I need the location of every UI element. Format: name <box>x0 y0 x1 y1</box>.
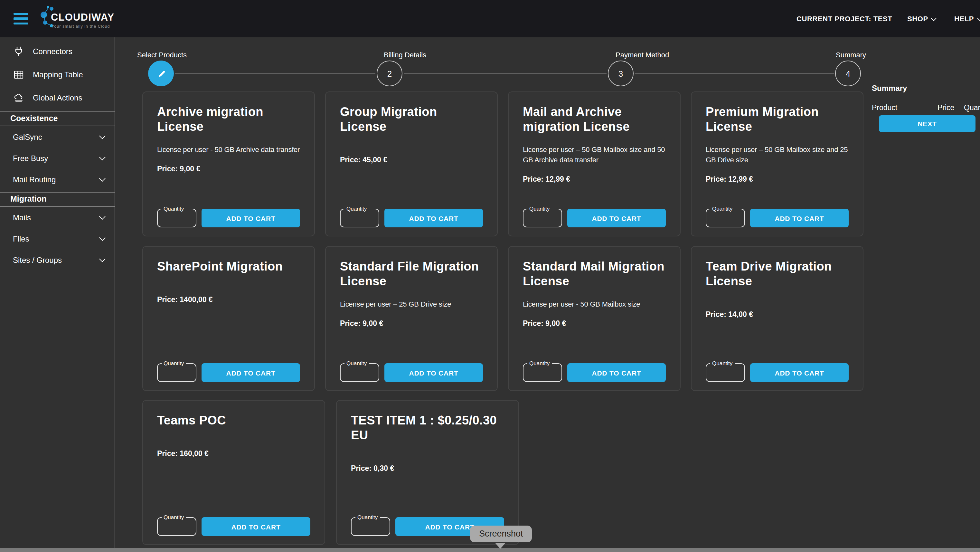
quantity-input[interactable] <box>340 209 379 227</box>
sidebar-item-label: Mapping Table <box>33 70 83 79</box>
quantity-label: Quantity <box>527 360 552 367</box>
product-row-1: Archive migration License License per us… <box>142 91 864 236</box>
add-to-cart-button[interactable]: ADD TO CART <box>567 363 666 382</box>
chevron-down-icon <box>99 235 106 241</box>
quantity-input[interactable] <box>523 364 562 381</box>
quantity-input[interactable] <box>352 518 390 535</box>
product-price: Price: 14,00 € <box>706 311 849 319</box>
step-label-billing-details: Billing Details <box>384 51 426 59</box>
product-price: Price: 9,00 € <box>523 320 666 327</box>
quantity-field[interactable]: Quantity <box>523 363 562 382</box>
quantity-field[interactable]: Quantity <box>523 209 562 227</box>
quantity-input[interactable] <box>523 209 562 227</box>
add-to-cart-button[interactable]: ADD TO CART <box>750 363 849 382</box>
step-circle-2[interactable]: 2 <box>377 61 402 86</box>
pencil-icon <box>156 69 166 78</box>
quantity-input[interactable] <box>158 209 196 227</box>
product-description: License per user – 25 GB Drive size <box>340 300 483 310</box>
sidebar-item-label: Connectors <box>33 47 72 56</box>
product-description: License per user - 50 GB Archive data tr… <box>157 145 300 156</box>
quantity-field[interactable]: Quantity <box>706 209 745 227</box>
product-title: Team Drive Migration License <box>706 259 849 289</box>
product-price: Price: 12,99 € <box>706 175 849 183</box>
step-connector-line <box>404 73 606 73</box>
product-card-sharepoint-migration: SharePoint Migration Price: 1400,00 € Qu… <box>142 246 315 391</box>
product-title: TEST ITEM 1 : $0.25/0.30 EU <box>351 413 504 443</box>
step-circle-4[interactable]: 4 <box>835 61 861 86</box>
quantity-input[interactable] <box>706 209 745 227</box>
sidebar: Connectors Mapping Table Global Actions … <box>0 37 115 548</box>
step-label-payment-method: Payment Method <box>616 51 669 59</box>
horizontal-scrollbar[interactable] <box>0 548 980 552</box>
plug-icon <box>14 46 24 57</box>
step-label-summary: Summary <box>836 51 866 59</box>
chevron-down-icon <box>977 16 980 21</box>
product-card-teams-poc: Teams POC Price: 160,00 € Quantity ADD T… <box>142 400 325 545</box>
step-circle-1-active[interactable] <box>148 61 174 86</box>
product-title: SharePoint Migration <box>157 259 300 274</box>
sidebar-item-free-busy[interactable]: Free Busy <box>0 147 115 169</box>
step-connector-line <box>175 73 375 73</box>
product-card-mail-archive-migration: Mail and Archive migration License Licen… <box>508 91 681 236</box>
main-content: Select Products Billing Details Payment … <box>115 37 980 548</box>
sidebar-item-global-actions[interactable]: Global Actions <box>0 86 115 110</box>
add-to-cart-button[interactable]: ADD TO CART <box>750 209 849 227</box>
quantity-input[interactable] <box>706 364 745 381</box>
quantity-label: Quantity <box>162 360 186 367</box>
step-connector-line <box>635 73 834 73</box>
sidebar-item-label: Global Actions <box>33 93 82 102</box>
product-title: Standard Mail Migration License <box>523 259 666 289</box>
quantity-input[interactable] <box>158 364 196 381</box>
step-circle-3[interactable]: 3 <box>608 61 633 86</box>
product-row-3: Teams POC Price: 160,00 € Quantity ADD T… <box>142 400 519 545</box>
sidebar-item-galsync[interactable]: GalSync <box>0 126 115 147</box>
next-button[interactable]: NEXT <box>879 115 975 132</box>
add-to-cart-button[interactable]: ADD TO CART <box>202 363 300 382</box>
product-price: Price: 1400,00 € <box>157 296 300 303</box>
step-label-select-products: Select Products <box>137 51 187 59</box>
add-to-cart-button[interactable]: ADD TO CART <box>384 209 483 227</box>
chevron-down-icon <box>99 175 106 182</box>
quantity-label: Quantity <box>710 360 734 367</box>
product-price: Price: 12,99 € <box>523 175 666 183</box>
quantity-label: Quantity <box>710 206 734 212</box>
chevron-down-icon <box>931 16 937 21</box>
quantity-field[interactable]: Quantity <box>157 209 196 227</box>
summary-panel-title: Summary <box>872 84 907 93</box>
add-to-cart-button[interactable]: ADD TO CART <box>567 209 666 227</box>
product-card-team-drive-migration: Team Drive Migration License Price: 14,0… <box>691 246 864 391</box>
quantity-input[interactable] <box>158 518 196 535</box>
sidebar-item-sites-groups[interactable]: Sites / Groups <box>0 249 115 271</box>
product-card-premium-migration: Premium Migration License License per us… <box>691 91 864 236</box>
quantity-input[interactable] <box>340 364 379 381</box>
quantity-field[interactable]: Quantity <box>157 363 196 382</box>
quantity-field[interactable]: Quantity <box>157 517 196 536</box>
product-price: Price: 9,00 € <box>340 320 483 327</box>
product-title: Archive migration License <box>157 104 300 134</box>
shop-menu[interactable]: SHOP <box>907 15 936 22</box>
sidebar-item-mapping-table[interactable]: Mapping Table <box>0 63 115 86</box>
sidebar-item-mails[interactable]: Mails <box>0 207 115 228</box>
quantity-field[interactable]: Quantity <box>340 363 379 382</box>
product-price: Price: 160,00 € <box>157 450 310 457</box>
summary-col-price: Price <box>937 104 954 112</box>
quantity-field[interactable]: Quantity <box>706 363 745 382</box>
sidebar-item-mail-routing[interactable]: Mail Routing <box>0 169 115 190</box>
help-menu[interactable]: HELP <box>954 15 980 22</box>
sidebar-item-files[interactable]: Files <box>0 228 115 249</box>
quantity-label: Quantity <box>344 206 369 212</box>
add-to-cart-button[interactable]: ADD TO CART <box>202 209 300 227</box>
add-to-cart-button[interactable]: ADD TO CART <box>202 517 310 536</box>
product-description: License per user - 50 GB Mailbox size <box>523 300 666 310</box>
product-title: Group Migration License <box>340 104 483 134</box>
product-title: Standard File Migration License <box>340 259 483 289</box>
product-description: License per user – 50 GB Mailbox size an… <box>706 145 849 166</box>
cloud-icon <box>14 93 24 103</box>
quantity-field[interactable]: Quantity <box>351 517 390 536</box>
quantity-label: Quantity <box>162 206 186 212</box>
product-description: License per user – 50 GB Mailbox size an… <box>523 145 666 166</box>
quantity-label: Quantity <box>527 206 552 212</box>
quantity-field[interactable]: Quantity <box>340 209 379 227</box>
add-to-cart-button[interactable]: ADD TO CART <box>384 363 483 382</box>
sidebar-item-connectors[interactable]: Connectors <box>0 40 115 63</box>
